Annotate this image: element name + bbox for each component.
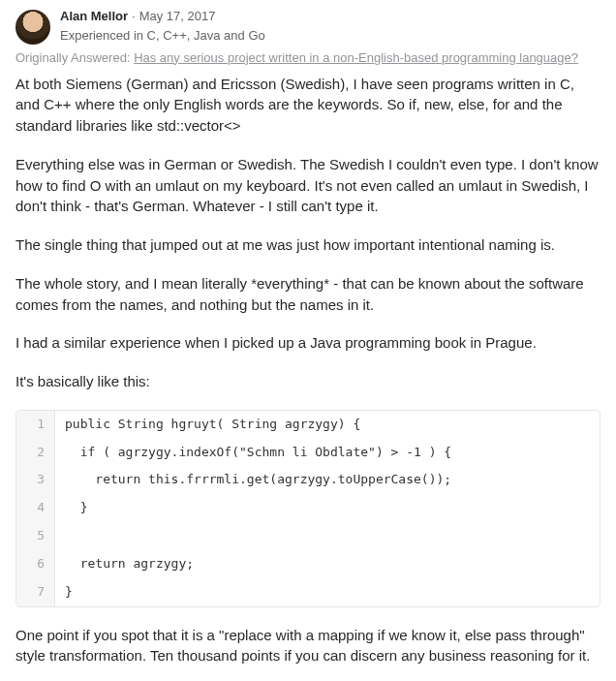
code-line: } [55,578,82,606]
name-line: Alan Mellor · May 17, 2017 [60,8,265,26]
answer-body: At both Siemens (German) and Ericsson (S… [15,74,601,681]
author-credential: Experienced in C, C++, Java and Go [60,27,265,46]
code-line: public String hgruyt( String agrzygy) { [55,411,370,439]
line-number: 3 [16,466,55,494]
header-text: Alan Mellor · May 17, 2017 Experienced i… [60,8,265,46]
code-line: } [55,494,97,522]
paragraph: The single thing that jumped out at me w… [15,234,601,256]
line-number: 4 [16,494,55,522]
line-number: 5 [16,522,55,550]
avatar[interactable] [15,10,50,45]
code-line: return this.frrrmli.get(agrzygy.toUpperC… [55,466,461,494]
paragraph: One point if you spot that it is a "repl… [15,625,601,667]
code-block: 1public String hgruyt( String agrzygy) {… [15,410,601,607]
originally-answered-prefix: Originally Answered: [15,50,134,65]
code-line: return agrzygy; [55,550,203,578]
separator-dot: · [132,8,136,26]
author-name[interactable]: Alan Mellor [60,8,128,26]
paragraph: It's basically like this: [15,371,601,392]
line-number: 6 [16,550,55,578]
original-question-link[interactable]: Has any serious project written in a non… [134,50,578,65]
answer-header: Alan Mellor · May 17, 2017 Experienced i… [15,8,601,46]
paragraph: At both Siemens (German) and Ericsson (S… [15,74,601,137]
line-number: 7 [16,578,55,606]
code-line [55,522,82,550]
line-number: 1 [16,411,55,439]
paragraph: Everything else was in German or Swedish… [15,154,601,217]
line-number: 2 [16,439,55,467]
answer-date[interactable]: May 17, 2017 [139,8,216,26]
paragraph: The whole story, and I mean literally *e… [15,273,601,316]
code-line: if ( agrzygy.indexOf("Schmn li Obdlate")… [55,439,461,467]
paragraph: I had a similar experience when I picked… [15,332,601,354]
originally-answered: Originally Answered: Has any serious pro… [15,49,601,68]
